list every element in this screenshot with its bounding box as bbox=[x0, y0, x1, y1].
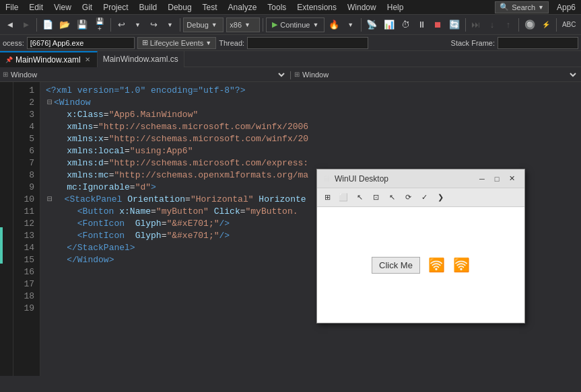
stop-button[interactable]: ⏹ bbox=[431, 17, 446, 32]
tab-label-2: MainWindow.xaml.cs bbox=[103, 54, 178, 64]
ln-13: 13 bbox=[19, 230, 34, 242]
ln-11: 11 bbox=[19, 206, 34, 218]
live-share-button[interactable]: 📡 bbox=[364, 17, 380, 32]
save-all-button[interactable]: 💾+ bbox=[91, 17, 108, 32]
ln-8: 8 bbox=[19, 169, 34, 182]
redo-dropdown[interactable]: ▼ bbox=[162, 17, 177, 32]
ln-15: 15 bbox=[19, 254, 34, 266]
step-into-button[interactable]: ↓ bbox=[485, 17, 500, 32]
process-input[interactable] bbox=[27, 37, 135, 49]
new-file-button[interactable]: 📄 bbox=[40, 17, 55, 32]
perf-button[interactable]: ⏱ bbox=[399, 17, 413, 32]
winui-titlebar: 🖥 WinUI Desktop ─ □ ✕ bbox=[317, 169, 524, 188]
platform-label: x86 bbox=[230, 21, 242, 29]
tab-mainwindow-cs[interactable]: MainWindow.xaml.cs bbox=[98, 51, 184, 67]
ln-6: 6 bbox=[19, 145, 34, 157]
ln-7: 7 bbox=[19, 157, 34, 169]
undo-dropdown[interactable]: ▼ bbox=[130, 17, 145, 32]
undo-button[interactable]: ↩ bbox=[114, 17, 129, 32]
ln-1: 1 bbox=[19, 85, 34, 97]
spell-check-button[interactable]: ABC bbox=[559, 17, 578, 32]
code-line-3: x:Class="App6.MainWindow" bbox=[46, 109, 576, 121]
ln-16: 16 bbox=[19, 266, 34, 278]
ln-10: 10 bbox=[19, 194, 34, 206]
continue-dropdown-icon: ▼ bbox=[312, 22, 318, 28]
attach-dropdown[interactable]: ▼ bbox=[343, 17, 358, 32]
gutter-14 bbox=[0, 239, 3, 251]
menu-analyze[interactable]: Analyze bbox=[223, 1, 263, 13]
winui-tool-3[interactable]: ↖ bbox=[352, 190, 367, 205]
process-bar: ocess: ⊞ Lifecycle Events ▼ Thread: Stac… bbox=[0, 35, 581, 51]
breakpoints-button[interactable]: 🔘 bbox=[522, 17, 537, 32]
lifecycle-dropdown[interactable]: ⊞ Lifecycle Events ▼ bbox=[137, 37, 216, 49]
code-line-1: <?xml version="1.0" encoding="utf-8"?> bbox=[46, 85, 576, 97]
winui-minimize-button[interactable]: ─ bbox=[475, 171, 489, 186]
pause-button[interactable]: ⏸ bbox=[415, 17, 430, 32]
winui-tool-6[interactable]: ⟳ bbox=[401, 190, 415, 205]
scope-icon-left: ⊞ bbox=[3, 71, 8, 78]
process-label-text: ocess: bbox=[3, 39, 24, 47]
menu-edit[interactable]: Edit bbox=[24, 1, 48, 13]
ln-4: 4 bbox=[19, 121, 34, 133]
menu-help[interactable]: Help bbox=[382, 1, 409, 13]
scope-left-dropdown[interactable]: Window bbox=[8, 70, 287, 79]
winui-maximize-button[interactable]: □ bbox=[489, 171, 504, 186]
winui-window-icon: 🖥 bbox=[322, 174, 331, 184]
menu-build[interactable]: Build bbox=[134, 1, 163, 13]
main-toolbar: ◄ ► 📄 📂 💾 💾+ ↩ ▼ ↪ ▼ Debug ▼ x86 ▼ ▶ Con… bbox=[0, 15, 581, 35]
thread-input[interactable] bbox=[247, 37, 368, 49]
back-button[interactable]: ◄ bbox=[3, 17, 18, 32]
continue-button[interactable]: ▶ Continue ▼ bbox=[266, 17, 324, 32]
restart-button[interactable]: 🔄 bbox=[447, 17, 463, 32]
menu-test[interactable]: Test bbox=[197, 1, 223, 13]
search-icon: 🔍 bbox=[500, 3, 509, 11]
tab-close-1[interactable]: ✕ bbox=[83, 55, 92, 64]
winui-tool-4[interactable]: ⊡ bbox=[368, 190, 383, 205]
config-dropdown[interactable]: Debug ▼ bbox=[183, 17, 224, 32]
menu-tools[interactable]: Tools bbox=[262, 1, 292, 13]
winui-toolbar: ⊞ ⬜ ↖ ⊡ ↖ ⟳ ✓ ❯ bbox=[317, 188, 524, 207]
click-me-button[interactable]: Click Me bbox=[372, 257, 420, 274]
winui-tool-1[interactable]: ⊞ bbox=[320, 190, 335, 205]
lifecycle-dropdown-icon: ▼ bbox=[205, 40, 211, 46]
menu-file[interactable]: File bbox=[0, 1, 24, 13]
ln-19: 19 bbox=[19, 303, 34, 315]
save-button[interactable]: 💾 bbox=[74, 17, 90, 32]
winui-tool-7[interactable]: ✓ bbox=[417, 190, 432, 205]
platform-dropdown[interactable]: x86 ▼ bbox=[226, 17, 260, 32]
scope-right-dropdown[interactable]: Window bbox=[300, 70, 578, 79]
attach-button[interactable]: 🔥 bbox=[326, 17, 341, 32]
menu-window[interactable]: Window bbox=[342, 1, 382, 13]
code-line-5: xmlns:x="http://schemas.microsoft.com/wi… bbox=[46, 133, 576, 145]
menu-git[interactable]: Git bbox=[77, 1, 98, 13]
code-line-7: xmlns:d="http://schemas.microsoft.com/ex… bbox=[46, 157, 576, 169]
ln-2: 2 bbox=[19, 97, 34, 109]
lifecycle-icon: ⊞ bbox=[142, 38, 148, 47]
menu-project[interactable]: Project bbox=[98, 1, 133, 13]
continue-label: Continue bbox=[280, 21, 310, 29]
winui-tool-8[interactable]: ❯ bbox=[433, 190, 448, 205]
ln-17: 17 bbox=[19, 278, 34, 290]
winui-tool-2[interactable]: ⬜ bbox=[336, 190, 351, 205]
redo-button[interactable]: ↪ bbox=[146, 17, 161, 32]
menu-view[interactable]: View bbox=[48, 1, 77, 13]
winui-tool-5[interactable]: ↖ bbox=[384, 190, 399, 205]
step-over-button[interactable]: ⏭ bbox=[469, 17, 483, 32]
winui-desktop-window: 🖥 WinUI Desktop ─ □ ✕ ⊞ ⬜ ↖ ⊡ ↖ ⟳ ✓ ❯ Cl… bbox=[316, 169, 525, 323]
exception-button[interactable]: ⚡ bbox=[539, 17, 553, 32]
stack-label-text: Stack Frame: bbox=[451, 39, 495, 47]
step-out-button[interactable]: ↑ bbox=[501, 17, 516, 32]
menu-extensions[interactable]: Extensions bbox=[292, 1, 342, 13]
menu-debug[interactable]: Debug bbox=[162, 1, 197, 13]
forward-button[interactable]: ► bbox=[19, 17, 34, 32]
code-line-6: xmlns:local="using:App6" bbox=[46, 145, 576, 157]
winui-close-button[interactable]: ✕ bbox=[504, 171, 519, 186]
gutter-13 bbox=[0, 227, 3, 239]
diagnostics-button[interactable]: 📊 bbox=[381, 17, 397, 32]
scope-bar: ⊞ Window | ⊞ Window bbox=[0, 67, 581, 82]
search-box[interactable]: 🔍 Search ▼ bbox=[495, 1, 549, 13]
tab-mainwindow-xaml[interactable]: 📌 MainWindow.xaml ✕ bbox=[0, 51, 98, 67]
stack-input[interactable] bbox=[498, 37, 578, 49]
open-button[interactable]: 📂 bbox=[57, 17, 72, 32]
search-dropdown-icon: ▼ bbox=[538, 4, 544, 11]
